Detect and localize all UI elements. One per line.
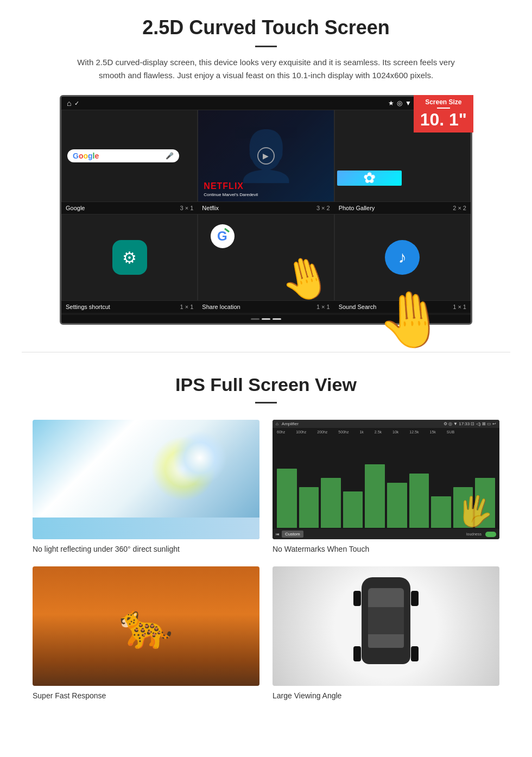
home-icon[interactable]: ⌂ <box>67 99 71 108</box>
dot-1 <box>251 318 259 320</box>
amp-toggle[interactable] <box>485 532 496 537</box>
app-labels-row2: Settings shortcut 1 × 1 Share location 1… <box>61 301 471 313</box>
photo-gallery-name: Photo Gallery <box>339 205 375 211</box>
settings-size: 1 × 1 <box>180 304 194 310</box>
sun-glow <box>173 431 227 485</box>
amplifier-label: No Watermarks When Touch <box>273 545 499 553</box>
settings-icon-wrap: ⚙ <box>112 240 147 275</box>
netflix-app-cell[interactable]: 👤 ▶ NETFLIX Continue Marvel's Daredevil <box>198 110 334 202</box>
sound-search-size: 1 × 1 <box>453 304 466 310</box>
wheel-fr <box>411 591 419 606</box>
amp-footer: ⏮ Custom loudness <box>273 529 499 539</box>
eq-bar-2 <box>299 487 319 528</box>
sunlight-visual <box>33 420 259 539</box>
car-windshield <box>368 588 404 607</box>
amplifier-image: ⌂ Amplifier ⚙ ◎ ▼ 17:33 ⊡ ◁) ⊠ ▭ ↩ 60hz1… <box>273 420 499 539</box>
car-image <box>273 566 499 686</box>
netflix-subtitle: Continue Marvel's Daredevil <box>204 192 258 197</box>
car-body <box>362 577 410 664</box>
section2-title: IPS Full Screen View <box>33 374 499 395</box>
app-grid-row1: Google 🎤 👤 ▶ NETFLIX Continue Marvel's D… <box>61 110 471 202</box>
dot-3 <box>273 318 281 320</box>
sky-bottom <box>33 518 259 539</box>
amp-loudness: loudness <box>466 532 482 536</box>
eq-bar-3 <box>321 478 341 528</box>
netflix-logo: NETFLIX <box>204 181 244 191</box>
amp-home-icon: ⌂ <box>276 421 278 426</box>
google-app-cell[interactable]: Google 🎤 <box>61 110 198 202</box>
eq-bar-6 <box>387 483 407 528</box>
photo-gallery-size: 2 × 2 <box>453 205 466 211</box>
amp-hand-icon: 🖐 <box>454 491 497 532</box>
eq-bar-7 <box>409 474 429 528</box>
badge-divider <box>437 108 450 109</box>
netflix-label: Netflix 3 × 2 <box>198 202 334 214</box>
device-mockup: Screen Size 10. 1" ⌂ ✓ ★ ◎ ▼ 15:06 ⊡ ◁) … <box>60 95 472 325</box>
share-location-label: Share location 1 × 1 <box>198 301 334 313</box>
pagination-dots <box>61 315 471 323</box>
wifi-icon: ▼ <box>405 99 411 107</box>
cheetah-visual: 🐆 <box>33 566 259 686</box>
feature-car: Large Viewing Angle <box>273 566 499 700</box>
hand-pointing-icon: 🤚 <box>275 249 334 301</box>
share-location-size: 1 × 1 <box>316 304 330 310</box>
car-roof <box>368 607 404 634</box>
amp-footer-prev: ⏮ <box>276 532 280 536</box>
eq-bar-1 <box>277 469 297 528</box>
music-note-icon: ♪ <box>398 248 407 267</box>
google-logo: Google <box>73 152 99 160</box>
cheetah-image: 🐆 <box>33 566 259 686</box>
settings-label: Settings shortcut 1 × 1 <box>61 301 198 313</box>
amp-icons: ⚙ ◎ ▼ 17:33 ⊡ ◁) ⊠ ▭ ↩ <box>444 421 496 426</box>
device-screen: ⌂ ✓ ★ ◎ ▼ 15:06 ⊡ ◁) ⊠ ▭ <box>60 95 472 325</box>
title-underline <box>255 46 277 47</box>
maps-icon: G <box>209 223 236 250</box>
location-icon: ◎ <box>397 99 402 107</box>
eq-bar-4 <box>343 491 363 528</box>
dot-2 <box>262 318 270 320</box>
amp-freq-labels: 60hz100hz200hz500hz1k2.5k10k12.5k15kSUB <box>273 428 499 436</box>
share-location-cell[interactable]: G 🤚 <box>198 214 334 301</box>
netflix-overlay: NETFLIX Continue Marvel's Daredevil <box>198 110 333 201</box>
svg-text:G: G <box>217 229 227 243</box>
amp-header: ⌂ Amplifier ⚙ ◎ ▼ 17:33 ⊡ ◁) ⊠ ▭ ↩ <box>273 420 499 428</box>
app-grid-row2: ⚙ G 🤚 <box>61 214 471 301</box>
car-visual <box>273 566 499 686</box>
section-curved-screen: 2.5D Curved Touch Screen With 2.5D curve… <box>0 0 532 336</box>
badge-size: 10. 1" <box>420 110 467 129</box>
amp-preset: Custom <box>282 531 303 538</box>
sound-search-label: Sound Search 1 × 1 <box>334 301 471 313</box>
usb-icon: ✓ <box>74 100 79 107</box>
music-icon-wrap: ♪ <box>385 240 420 275</box>
google-search-bar[interactable]: Google 🎤 <box>67 149 179 162</box>
amplifier-visual: ⌂ Amplifier ⚙ ◎ ▼ 17:33 ⊡ ◁) ⊠ ▭ ↩ 60hz1… <box>273 420 499 539</box>
section-divider <box>22 352 510 352</box>
eq-bar-5 <box>365 464 385 528</box>
features-grid: No light reflecting under 360° direct su… <box>33 420 499 700</box>
section1-description: With 2.5D curved-display screen, this de… <box>76 56 456 82</box>
status-bar: ⌂ ✓ ★ ◎ ▼ 15:06 ⊡ ◁) ⊠ ▭ <box>61 97 471 110</box>
wheel-rl <box>353 646 361 661</box>
feature-amplifier: ⌂ Amplifier ⚙ ◎ ▼ 17:33 ⊡ ◁) ⊠ ▭ ↩ 60hz1… <box>273 420 499 553</box>
section2-underline <box>255 402 277 403</box>
car-label: Large Viewing Angle <box>273 691 499 700</box>
sound-search-name: Sound Search <box>339 304 377 310</box>
google-name: Google <box>66 205 85 211</box>
eq-bar-8 <box>431 496 451 528</box>
google-size: 3 × 1 <box>180 205 194 211</box>
badge-label: Screen Size <box>425 98 461 106</box>
screen-size-badge: Screen Size 10. 1" <box>414 95 473 133</box>
netflix-name: Netflix <box>202 205 219 211</box>
app-labels-row1: Google 3 × 1 Netflix 3 × 2 Photo Gallery… <box>61 202 471 214</box>
wheel-rr <box>411 646 419 661</box>
netflix-size: 3 × 2 <box>316 205 330 211</box>
wheel-fl <box>353 591 361 606</box>
car-rear-window <box>368 634 404 648</box>
settings-name: Settings shortcut <box>66 304 110 310</box>
sound-search-cell[interactable]: ♪ <box>334 214 471 301</box>
section1-title: 2.5D Curved Touch Screen <box>33 16 499 39</box>
mic-icon: 🎤 <box>166 152 174 160</box>
settings-cell[interactable]: ⚙ <box>61 214 198 301</box>
sunlight-label: No light reflecting under 360° direct su… <box>33 545 259 553</box>
cheetah-icon: 🐆 <box>119 601 173 652</box>
